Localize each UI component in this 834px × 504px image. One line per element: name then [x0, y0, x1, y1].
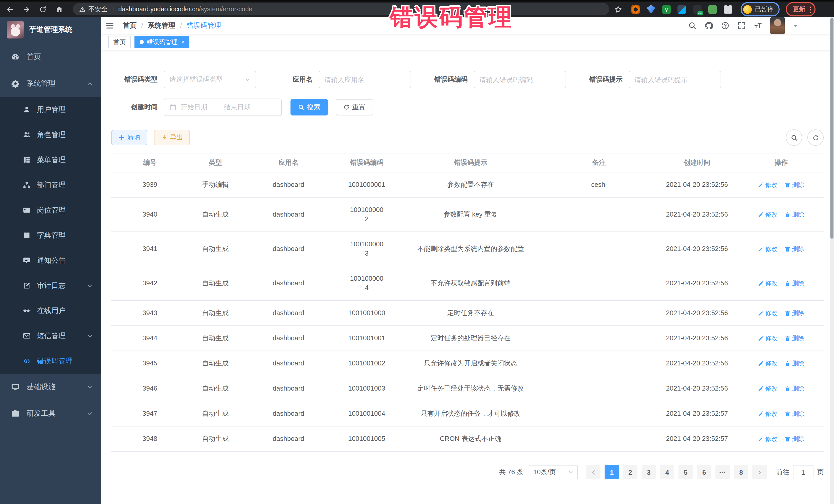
sidebar-item[interactable]: 首页 — [0, 44, 101, 70]
page-button[interactable]: 4 — [660, 465, 674, 479]
table-row: 3939 手动编辑 dashboard 1001000001 参数配置不存在 c… — [111, 172, 824, 197]
jump-input[interactable] — [793, 465, 813, 479]
search-button[interactable]: 搜索 — [290, 99, 328, 115]
sidebar-item[interactable]: 基础设施 — [0, 374, 101, 400]
sidebar-item[interactable]: 角色管理 — [0, 122, 101, 147]
page-button[interactable]: 6 — [697, 465, 711, 479]
search-icon[interactable] — [688, 22, 697, 30]
delete-link[interactable]: 删除 — [785, 244, 804, 254]
next-page-button[interactable] — [752, 465, 767, 479]
prev-page-button[interactable] — [586, 465, 600, 479]
user-avatar[interactable] — [770, 17, 785, 35]
delete-link[interactable]: 删除 — [785, 308, 804, 318]
page-button[interactable]: 3 — [641, 465, 656, 479]
extension-switch-icon[interactable] — [693, 5, 702, 14]
page-button[interactable]: 5 — [679, 465, 693, 479]
cell-app: dashboard — [242, 232, 335, 266]
edit-link[interactable]: 修改 — [758, 279, 777, 288]
sidebar-item[interactable]: 系统管理 — [0, 70, 101, 97]
extension-key-icon[interactable] — [708, 5, 717, 14]
date-end-placeholder: 结束日期 — [224, 103, 251, 112]
browser-home-icon[interactable] — [52, 3, 66, 16]
breadcrumb-system[interactable]: 系统管理 — [148, 21, 176, 30]
delete-link[interactable]: 删除 — [785, 210, 804, 219]
edit-link[interactable]: 修改 — [758, 210, 777, 219]
edit-link[interactable]: 修改 — [758, 334, 777, 343]
edit-link[interactable]: 修改 — [758, 180, 777, 190]
bookmark-star-icon[interactable] — [614, 5, 622, 13]
fullscreen-icon[interactable] — [738, 22, 746, 30]
edit-link[interactable]: 修改 — [758, 434, 777, 443]
hamburger-icon[interactable] — [101, 17, 118, 35]
page-scrollbar[interactable] — [830, 17, 834, 504]
font-size-icon[interactable] — [754, 22, 762, 30]
sidebar-item[interactable]: 部门管理 — [0, 172, 101, 198]
extension-gem-icon[interactable] — [647, 5, 655, 14]
reset-button[interactable]: 重置 — [336, 99, 373, 115]
add-button[interactable]: 新增 — [111, 130, 147, 145]
edit-link[interactable]: 修改 — [758, 244, 777, 254]
delete-link[interactable]: 删除 — [785, 334, 804, 343]
extensions-puzzle-icon[interactable] — [724, 5, 732, 14]
code-input[interactable] — [474, 71, 566, 88]
sidebar-item[interactable]: 用户管理 — [0, 97, 101, 122]
sidebar-item[interactable]: 通知公告 — [0, 248, 101, 273]
sidebar-item[interactable]: 研发工具 — [0, 400, 101, 427]
msg-input[interactable] — [629, 71, 721, 88]
sidebar-item[interactable]: 在线用户 — [0, 298, 101, 323]
browser-update-button[interactable]: 更新 — [786, 2, 815, 17]
app-label: 应用名 — [266, 75, 312, 84]
toggle-search-button[interactable] — [786, 129, 802, 146]
sidebar-item[interactable]: 错误码管理 — [0, 349, 101, 374]
edit-link[interactable]: 修改 — [758, 308, 777, 318]
browser-profile-button[interactable]: 已暂停 — [741, 2, 780, 17]
tag-item[interactable]: 首页 — [108, 36, 131, 48]
edit-link[interactable]: 修改 — [758, 359, 777, 368]
browser-menu-icon[interactable] — [809, 5, 811, 13]
scrollbar-thumb[interactable] — [830, 18, 833, 239]
browser-reload-icon[interactable] — [36, 3, 49, 16]
github-icon[interactable] — [705, 22, 713, 30]
page-button[interactable]: 8 — [734, 465, 748, 479]
delete-link[interactable]: 删除 — [785, 359, 804, 368]
cell-remark — [543, 426, 655, 452]
refresh-table-button[interactable] — [807, 129, 824, 146]
tag-close-icon[interactable] — [181, 39, 184, 45]
sidebar-item[interactable]: 字典管理 — [0, 223, 101, 248]
help-icon[interactable] — [721, 22, 729, 30]
delete-link[interactable]: 删除 — [785, 434, 804, 443]
delete-link[interactable]: 删除 — [785, 279, 804, 288]
page-size-select[interactable]: 10条/页 — [529, 465, 578, 479]
tag-item[interactable]: 错误码管理 — [134, 36, 190, 48]
edit-link[interactable]: 修改 — [758, 384, 777, 393]
url-path: /system/error-code — [199, 6, 252, 13]
breadcrumb-home[interactable]: 首页 — [123, 21, 136, 30]
extension-squares-icon[interactable] — [678, 5, 686, 14]
tag-label: 错误码管理 — [147, 37, 178, 48]
delete-link[interactable]: 删除 — [785, 180, 804, 190]
sidebar-logo[interactable]: 芋道管理系统 — [0, 17, 101, 43]
cell-app: dashboard — [242, 326, 335, 351]
extension-green-icon[interactable]: y — [662, 5, 671, 14]
date-range-picker[interactable]: 开始日期 - 结束日期 — [164, 98, 282, 116]
sidebar-item[interactable]: 审计日志 — [0, 273, 101, 298]
page-button[interactable]: 2 — [623, 465, 637, 479]
page-button[interactable]: ••• — [716, 465, 730, 479]
app-input[interactable] — [319, 71, 411, 88]
sidebar-item[interactable]: 菜单管理 — [0, 147, 101, 172]
extension-orange-icon[interactable] — [631, 5, 640, 14]
page-button[interactable]: 1 — [605, 465, 619, 479]
delete-link[interactable]: 删除 — [785, 384, 804, 393]
type-select[interactable]: 请选择错误码类型 — [164, 71, 256, 88]
cell-msg: 不允许获取敏感配置到前端 — [399, 266, 543, 301]
delete-link[interactable]: 删除 — [785, 409, 804, 418]
avatar-caret-icon[interactable] — [793, 24, 798, 29]
sidebar-item[interactable]: 短信管理 — [0, 323, 101, 349]
browser-forward-icon[interactable] — [20, 3, 33, 16]
browser-back-icon[interactable] — [3, 3, 17, 16]
edit-link[interactable]: 修改 — [758, 409, 777, 418]
security-chip[interactable]: 不安全 — [79, 5, 108, 14]
sidebar-item[interactable]: 岗位管理 — [0, 198, 101, 223]
trash-icon — [785, 436, 790, 442]
export-button[interactable]: 导出 — [154, 130, 190, 145]
